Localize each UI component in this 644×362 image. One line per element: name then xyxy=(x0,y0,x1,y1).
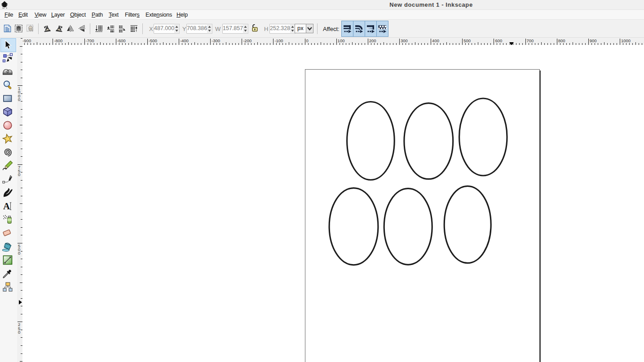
svg-text:-100: -100 xyxy=(274,38,283,43)
svg-text:400: 400 xyxy=(432,38,439,43)
svg-text:-500: -500 xyxy=(149,38,157,43)
svg-text:-200: -200 xyxy=(243,38,251,43)
svg-text:300: 300 xyxy=(401,38,408,43)
svg-text:500: 500 xyxy=(463,38,471,43)
svg-text:0: 0 xyxy=(18,97,20,102)
svg-text:0: 0 xyxy=(306,38,309,43)
svg-text:800: 800 xyxy=(558,38,565,43)
svg-text:-800: -800 xyxy=(54,38,62,43)
svg-text:1000: 1000 xyxy=(621,38,631,43)
svg-text:A: A xyxy=(3,201,10,212)
svg-text:0: 0 xyxy=(18,172,20,177)
svg-text:-400: -400 xyxy=(180,38,189,43)
svg-text:0: 0 xyxy=(18,330,20,335)
svg-text:0: 0 xyxy=(18,251,20,256)
svg-text:-900: -900 xyxy=(22,38,31,43)
svg-text:100: 100 xyxy=(338,38,345,43)
svg-text:600: 600 xyxy=(495,38,502,43)
svg-text:-600: -600 xyxy=(117,38,126,43)
svg-text:-300: -300 xyxy=(212,38,220,43)
svg-text:200: 200 xyxy=(369,38,376,43)
svg-text:700: 700 xyxy=(527,38,534,43)
svg-text:900: 900 xyxy=(590,38,597,43)
svg-text:-700: -700 xyxy=(86,38,94,43)
